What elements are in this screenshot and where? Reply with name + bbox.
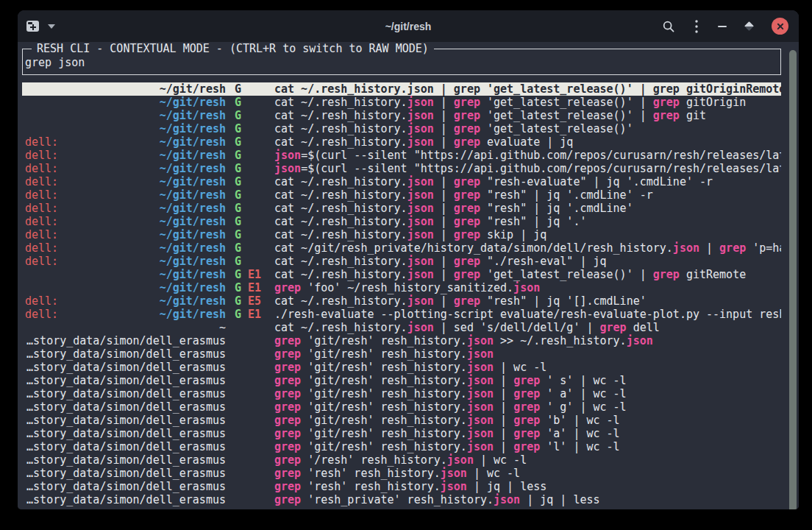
command-cell: cat ~/.resh_history.json | grep "resh" |… <box>274 202 781 215</box>
directory-cell: ~/git/resh <box>25 82 226 96</box>
command-cell: cat ~/.resh_history.json | grep "./resh-… <box>274 255 781 268</box>
directory-cell: …story_data/simon/dell_erasmus <box>25 361 226 374</box>
history-row[interactable]: ~/git/reshG E1cat ~/.resh_history.json |… <box>22 268 781 281</box>
host-cell: dell: <box>25 255 58 268</box>
history-row[interactable]: dell:~/git/reshGcat ~/.resh_history.json… <box>22 135 781 149</box>
git-flag: G <box>235 109 241 122</box>
command-cell: grep 'resh' resh_history.json | jq | les… <box>274 480 781 493</box>
history-row[interactable]: dell:~/git/reshG E5cat ~/.resh_history.j… <box>22 294 781 308</box>
flags-cell: G <box>226 228 274 241</box>
search-button[interactable] <box>662 17 675 36</box>
flags-cell: G E1 <box>226 268 274 281</box>
history-row[interactable]: …story_data/simon/dell_erasmusgrep 'git/… <box>22 347 781 361</box>
directory-cell: …story_data/simon/dell_erasmus <box>25 374 226 387</box>
command-cell: cat ~/.resh_history.json | grep "resh" |… <box>274 215 781 228</box>
flags-cell <box>226 361 274 374</box>
command-cell: grep 'git/resh' resh_history.json | grep… <box>274 400 781 414</box>
flags-cell <box>226 387 274 400</box>
directory-cell: ~/git/resh <box>25 109 226 122</box>
tab-dropdown-button[interactable] <box>48 17 55 36</box>
git-flag: G <box>235 308 241 321</box>
command-cell: cat ~/.resh_history.json | grep "resh" |… <box>274 294 781 308</box>
minimize-button[interactable] <box>718 17 727 36</box>
flags-cell: G E1 <box>226 281 274 294</box>
host-cell: dell: <box>25 294 58 308</box>
history-row[interactable]: ~/git/reshGcat ~/.resh_history.json | gr… <box>22 82 781 96</box>
history-row[interactable]: ~/git/reshGcat ~/.resh_history.json | gr… <box>22 109 781 122</box>
history-row[interactable]: …story_data/simon/dell_erasmusgrep 'git/… <box>22 334 781 347</box>
flags-cell <box>226 347 274 361</box>
command-cell: grep 'git/resh' resh_history.json | grep… <box>274 374 781 387</box>
history-row[interactable]: …story_data/simon/dell_erasmusgrep 'resh… <box>22 493 781 506</box>
history-row[interactable]: dell:~/git/reshGcat ~/git/resh_private/h… <box>22 241 781 255</box>
git-flag: G <box>235 281 241 294</box>
history-row[interactable]: dell:~/git/reshGcat ~/.resh_history.json… <box>22 175 781 188</box>
directory-cell: …story_data/simon/dell_erasmus <box>25 334 226 347</box>
flags-cell: G <box>226 188 274 202</box>
command-cell: cat ~/.resh_history.json | grep "resh" |… <box>274 188 781 202</box>
flags-cell <box>226 440 274 453</box>
command-cell: cat ~/.resh_history.json | grep skip | j… <box>274 228 781 241</box>
git-flag: G <box>235 268 241 281</box>
history-row[interactable]: dell:~/git/reshGcat ~/.resh_history.json… <box>22 188 781 202</box>
directory-cell: ~/git/resh <box>25 281 226 294</box>
history-row[interactable]: ~/git/reshGcat ~/.resh_history.json | gr… <box>22 96 781 109</box>
history-row[interactable]: …story_data/simon/dell_erasmusgrep 'git/… <box>22 387 781 400</box>
directory-cell: …story_data/simon/dell_erasmus <box>25 387 226 400</box>
menu-button[interactable] <box>694 17 699 36</box>
history-row[interactable]: ~cat ~/.resh_history.json | sed 's/dell/… <box>22 321 781 334</box>
history-row[interactable]: dell:~/git/reshGcat ~/.resh_history.json… <box>22 215 781 228</box>
history-row[interactable]: …story_data/simon/dell_erasmusgrep 'resh… <box>22 480 781 493</box>
flags-cell: G E1 <box>226 308 274 321</box>
directory-cell: …story_data/simon/dell_erasmus <box>25 347 226 361</box>
close-button[interactable] <box>772 18 788 35</box>
git-flag: G <box>235 122 241 135</box>
git-flag: G <box>235 149 241 162</box>
host-cell: dell: <box>25 202 58 215</box>
history-row[interactable]: dell:~/git/reshGcat ~/.resh_history.json… <box>22 255 781 268</box>
command-cell: cat ~/.resh_history.json | grep evaluate… <box>274 135 781 149</box>
history-row[interactable]: dell:~/git/reshGjson=$(curl --silent "ht… <box>22 149 781 162</box>
new-tab-button[interactable] <box>26 17 39 36</box>
directory-cell: …story_data/simon/dell_erasmus <box>25 400 226 414</box>
flags-cell: G <box>226 135 274 149</box>
git-flag: G <box>235 294 241 308</box>
command-cell: json=$(curl --silent "https://api.github… <box>274 162 781 175</box>
search-query-input[interactable]: grep json <box>25 56 85 69</box>
command-cell: grep 'git/resh' resh_history.json | grep… <box>274 414 781 427</box>
history-row[interactable]: …story_data/simon/dell_erasmusgrep 'git/… <box>22 414 781 427</box>
history-row[interactable]: …story_data/simon/dell_erasmusgrep 'git/… <box>22 361 781 374</box>
flags-cell <box>226 334 274 347</box>
history-row[interactable]: ~/git/reshG E1grep 'foo' ~/resh_history_… <box>22 281 781 294</box>
restore-button[interactable] <box>746 17 752 36</box>
history-row[interactable]: …story_data/simon/dell_erasmusgrep 'git/… <box>22 400 781 414</box>
directory-cell: ~/git/resh <box>25 122 226 135</box>
exit-code-flag: E1 <box>248 308 261 321</box>
flags-cell: G <box>226 202 274 215</box>
history-row[interactable]: dell:~/git/reshGcat ~/.resh_history.json… <box>22 202 781 215</box>
history-row[interactable]: dell:~/git/reshGjson=$(curl --silent "ht… <box>22 162 781 175</box>
desktop-background: ~/git/resh <box>0 0 812 530</box>
directory-cell: …story_data/simon/dell_erasmus <box>25 453 226 467</box>
history-row[interactable]: …story_data/simon/dell_erasmusgrep 'resh… <box>22 467 781 480</box>
new-tab-icon <box>26 21 39 32</box>
host-cell: dell: <box>25 188 58 202</box>
git-flag: G <box>235 255 241 268</box>
flags-cell <box>226 427 274 440</box>
flags-cell: G E5 <box>226 294 274 308</box>
history-row[interactable]: ~/git/reshGcat ~/.resh_history.json | gr… <box>22 122 781 135</box>
command-cell: grep 'git/resh' resh_history.json | grep… <box>274 427 781 440</box>
history-row[interactable]: …story_data/simon/dell_erasmusgrep '/res… <box>22 453 781 467</box>
git-flag: G <box>235 135 241 149</box>
history-row[interactable]: dell:~/git/reshGcat ~/.resh_history.json… <box>22 228 781 241</box>
directory-cell: …story_data/simon/dell_erasmus <box>25 493 226 506</box>
flags-cell <box>226 414 274 427</box>
history-row[interactable]: …story_data/simon/dell_erasmusgrep 'git/… <box>22 374 781 387</box>
history-row[interactable]: …story_data/simon/dell_erasmusgrep 'git/… <box>22 440 781 453</box>
host-cell: dell: <box>25 308 58 321</box>
scrollbar-thumb[interactable] <box>789 50 797 509</box>
kebab-menu-icon <box>694 19 699 34</box>
flags-cell <box>226 374 274 387</box>
history-row[interactable]: …story_data/simon/dell_erasmusgrep 'git/… <box>22 427 781 440</box>
history-row[interactable]: dell:~/git/reshG E1./resh-evaluate --plo… <box>22 308 781 321</box>
